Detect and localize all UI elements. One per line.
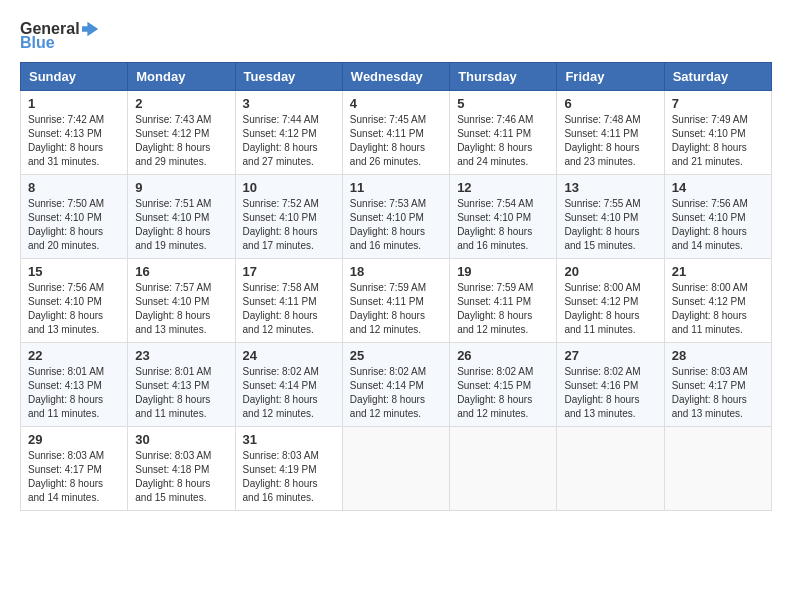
calendar-cell: 31 Sunrise: 8:03 AM Sunset: 4:19 PM Dayl… [235,427,342,511]
calendar-cell: 28 Sunrise: 8:03 AM Sunset: 4:17 PM Dayl… [664,343,771,427]
day-number: 26 [457,348,549,363]
calendar-cell: 22 Sunrise: 8:01 AM Sunset: 4:13 PM Dayl… [21,343,128,427]
calendar-cell: 5 Sunrise: 7:46 AM Sunset: 4:11 PM Dayli… [450,91,557,175]
day-header-saturday: Saturday [664,63,771,91]
day-number: 2 [135,96,227,111]
day-number: 7 [672,96,764,111]
day-info: Sunrise: 7:44 AM Sunset: 4:12 PM Dayligh… [243,113,335,169]
day-header-friday: Friday [557,63,664,91]
day-info: Sunrise: 8:03 AM Sunset: 4:18 PM Dayligh… [135,449,227,505]
calendar-cell: 6 Sunrise: 7:48 AM Sunset: 4:11 PM Dayli… [557,91,664,175]
calendar-cell: 1 Sunrise: 7:42 AM Sunset: 4:13 PM Dayli… [21,91,128,175]
day-info: Sunrise: 8:02 AM Sunset: 4:15 PM Dayligh… [457,365,549,421]
day-number: 14 [672,180,764,195]
calendar-week-row: 29 Sunrise: 8:03 AM Sunset: 4:17 PM Dayl… [21,427,772,511]
day-info: Sunrise: 7:48 AM Sunset: 4:11 PM Dayligh… [564,113,656,169]
calendar-cell: 9 Sunrise: 7:51 AM Sunset: 4:10 PM Dayli… [128,175,235,259]
day-info: Sunrise: 7:51 AM Sunset: 4:10 PM Dayligh… [135,197,227,253]
day-info: Sunrise: 7:58 AM Sunset: 4:11 PM Dayligh… [243,281,335,337]
calendar-cell [664,427,771,511]
day-number: 6 [564,96,656,111]
calendar-cell: 8 Sunrise: 7:50 AM Sunset: 4:10 PM Dayli… [21,175,128,259]
day-number: 5 [457,96,549,111]
calendar-header-row: SundayMondayTuesdayWednesdayThursdayFrid… [21,63,772,91]
logo-arrow-icon [82,20,100,38]
day-info: Sunrise: 8:03 AM Sunset: 4:17 PM Dayligh… [28,449,120,505]
day-number: 4 [350,96,442,111]
calendar-cell: 15 Sunrise: 7:56 AM Sunset: 4:10 PM Dayl… [21,259,128,343]
day-number: 8 [28,180,120,195]
day-info: Sunrise: 7:59 AM Sunset: 4:11 PM Dayligh… [457,281,549,337]
calendar-cell: 25 Sunrise: 8:02 AM Sunset: 4:14 PM Dayl… [342,343,449,427]
day-info: Sunrise: 8:00 AM Sunset: 4:12 PM Dayligh… [564,281,656,337]
day-number: 1 [28,96,120,111]
page-header: General Blue [20,20,772,52]
day-number: 16 [135,264,227,279]
calendar-week-row: 15 Sunrise: 7:56 AM Sunset: 4:10 PM Dayl… [21,259,772,343]
day-header-monday: Monday [128,63,235,91]
calendar-cell: 30 Sunrise: 8:03 AM Sunset: 4:18 PM Dayl… [128,427,235,511]
day-info: Sunrise: 8:03 AM Sunset: 4:19 PM Dayligh… [243,449,335,505]
calendar-cell: 7 Sunrise: 7:49 AM Sunset: 4:10 PM Dayli… [664,91,771,175]
calendar-cell: 23 Sunrise: 8:01 AM Sunset: 4:13 PM Dayl… [128,343,235,427]
day-number: 11 [350,180,442,195]
calendar-cell: 4 Sunrise: 7:45 AM Sunset: 4:11 PM Dayli… [342,91,449,175]
day-info: Sunrise: 8:02 AM Sunset: 4:14 PM Dayligh… [350,365,442,421]
calendar-cell: 18 Sunrise: 7:59 AM Sunset: 4:11 PM Dayl… [342,259,449,343]
calendar-cell: 21 Sunrise: 8:00 AM Sunset: 4:12 PM Dayl… [664,259,771,343]
day-info: Sunrise: 7:54 AM Sunset: 4:10 PM Dayligh… [457,197,549,253]
calendar-cell [450,427,557,511]
day-header-thursday: Thursday [450,63,557,91]
day-info: Sunrise: 7:53 AM Sunset: 4:10 PM Dayligh… [350,197,442,253]
day-info: Sunrise: 8:02 AM Sunset: 4:16 PM Dayligh… [564,365,656,421]
calendar-cell: 3 Sunrise: 7:44 AM Sunset: 4:12 PM Dayli… [235,91,342,175]
day-info: Sunrise: 7:50 AM Sunset: 4:10 PM Dayligh… [28,197,120,253]
day-number: 28 [672,348,764,363]
day-info: Sunrise: 7:59 AM Sunset: 4:11 PM Dayligh… [350,281,442,337]
day-number: 12 [457,180,549,195]
day-number: 30 [135,432,227,447]
svg-marker-0 [82,22,98,36]
day-info: Sunrise: 7:55 AM Sunset: 4:10 PM Dayligh… [564,197,656,253]
day-info: Sunrise: 8:03 AM Sunset: 4:17 PM Dayligh… [672,365,764,421]
day-number: 31 [243,432,335,447]
calendar-cell: 29 Sunrise: 8:03 AM Sunset: 4:17 PM Dayl… [21,427,128,511]
day-header-sunday: Sunday [21,63,128,91]
day-info: Sunrise: 8:01 AM Sunset: 4:13 PM Dayligh… [28,365,120,421]
day-info: Sunrise: 7:56 AM Sunset: 4:10 PM Dayligh… [672,197,764,253]
day-info: Sunrise: 7:43 AM Sunset: 4:12 PM Dayligh… [135,113,227,169]
day-number: 15 [28,264,120,279]
day-info: Sunrise: 7:56 AM Sunset: 4:10 PM Dayligh… [28,281,120,337]
calendar-week-row: 8 Sunrise: 7:50 AM Sunset: 4:10 PM Dayli… [21,175,772,259]
day-number: 19 [457,264,549,279]
day-header-wednesday: Wednesday [342,63,449,91]
day-number: 23 [135,348,227,363]
calendar-cell: 12 Sunrise: 7:54 AM Sunset: 4:10 PM Dayl… [450,175,557,259]
logo-container: General Blue [20,20,100,52]
day-number: 20 [564,264,656,279]
day-info: Sunrise: 8:00 AM Sunset: 4:12 PM Dayligh… [672,281,764,337]
calendar-cell: 11 Sunrise: 7:53 AM Sunset: 4:10 PM Dayl… [342,175,449,259]
calendar-cell: 26 Sunrise: 8:02 AM Sunset: 4:15 PM Dayl… [450,343,557,427]
day-number: 27 [564,348,656,363]
day-info: Sunrise: 7:52 AM Sunset: 4:10 PM Dayligh… [243,197,335,253]
day-number: 9 [135,180,227,195]
day-info: Sunrise: 7:49 AM Sunset: 4:10 PM Dayligh… [672,113,764,169]
calendar-cell: 2 Sunrise: 7:43 AM Sunset: 4:12 PM Dayli… [128,91,235,175]
day-info: Sunrise: 8:02 AM Sunset: 4:14 PM Dayligh… [243,365,335,421]
day-info: Sunrise: 7:46 AM Sunset: 4:11 PM Dayligh… [457,113,549,169]
calendar-cell [557,427,664,511]
day-number: 17 [243,264,335,279]
calendar-cell: 24 Sunrise: 8:02 AM Sunset: 4:14 PM Dayl… [235,343,342,427]
calendar-cell [342,427,449,511]
day-info: Sunrise: 7:57 AM Sunset: 4:10 PM Dayligh… [135,281,227,337]
day-number: 10 [243,180,335,195]
day-number: 18 [350,264,442,279]
day-number: 24 [243,348,335,363]
day-header-tuesday: Tuesday [235,63,342,91]
logo: General Blue [20,20,100,52]
day-number: 13 [564,180,656,195]
calendar-cell: 14 Sunrise: 7:56 AM Sunset: 4:10 PM Dayl… [664,175,771,259]
calendar-cell: 27 Sunrise: 8:02 AM Sunset: 4:16 PM Dayl… [557,343,664,427]
day-number: 25 [350,348,442,363]
